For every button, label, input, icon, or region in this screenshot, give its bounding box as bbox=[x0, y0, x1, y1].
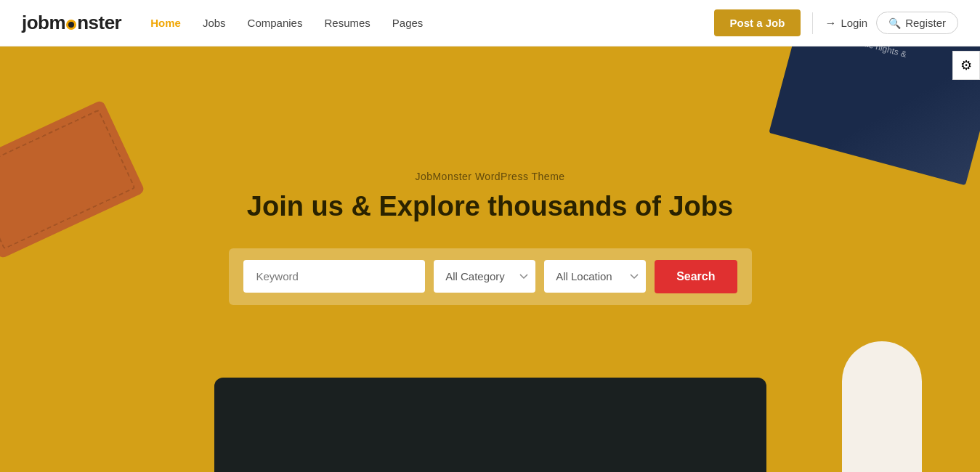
login-icon: → bbox=[825, 17, 836, 30]
nav-pages[interactable]: Pages bbox=[392, 17, 424, 29]
nav-jobs[interactable]: Jobs bbox=[203, 17, 226, 29]
hero-title: Join us & Explore thousands of Jobs bbox=[229, 191, 752, 222]
register-button[interactable]: 🔍 Register bbox=[876, 12, 958, 34]
nav-home[interactable]: Home bbox=[150, 17, 181, 29]
deco-arch bbox=[842, 341, 922, 472]
deco-wallet bbox=[0, 99, 145, 259]
register-label: Register bbox=[905, 17, 946, 29]
search-button[interactable]: Search bbox=[655, 260, 737, 293]
location-select[interactable]: All Location bbox=[544, 260, 646, 293]
hero-section: JobMonster WordPress Theme Join us & Exp… bbox=[0, 46, 980, 472]
nav-links: Home Jobs Companies Resumes Pages bbox=[150, 17, 713, 29]
navbar: jobmnster Home Jobs Companies Resumes Pa… bbox=[0, 0, 980, 46]
nav-right: Post a Job → Login 🔍 Register bbox=[714, 9, 958, 36]
nav-resumes[interactable]: Resumes bbox=[324, 17, 370, 29]
hero-content: JobMonster WordPress Theme Join us & Exp… bbox=[229, 171, 752, 305]
deco-magazine bbox=[769, 46, 980, 185]
nav-companies[interactable]: Companies bbox=[248, 17, 303, 29]
search-bar: All Category All Location Search bbox=[229, 248, 752, 305]
category-select[interactable]: All Category bbox=[434, 260, 535, 293]
keyword-input[interactable] bbox=[243, 260, 426, 293]
hero-subtitle: JobMonster WordPress Theme bbox=[229, 171, 752, 182]
login-button[interactable]: → Login bbox=[825, 17, 867, 30]
gear-icon: ⚙ bbox=[960, 58, 972, 73]
nav-divider bbox=[812, 12, 813, 34]
register-icon: 🔍 bbox=[888, 17, 901, 29]
post-job-button[interactable]: Post a Job bbox=[714, 9, 801, 36]
logo: jobmnster bbox=[22, 12, 121, 34]
logo-text: jobmnster bbox=[22, 12, 121, 34]
login-label: Login bbox=[841, 17, 867, 29]
settings-button[interactable]: ⚙ bbox=[952, 51, 980, 80]
deco-laptop bbox=[214, 378, 766, 472]
